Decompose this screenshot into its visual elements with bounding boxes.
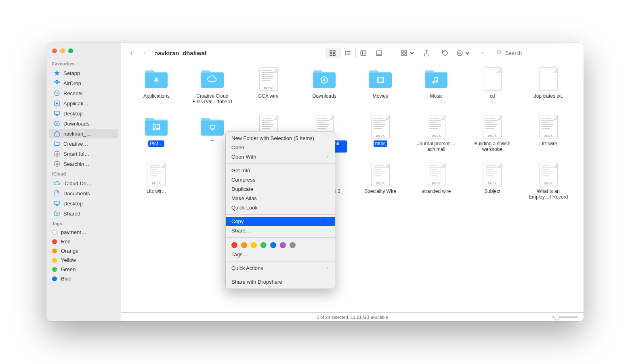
sidebar-item[interactable]: Smart fol… bbox=[49, 149, 118, 159]
menu-separator bbox=[226, 275, 335, 275]
file-item[interactable]: cd bbox=[465, 67, 520, 115]
sidebar-section-label: Tags bbox=[46, 219, 121, 228]
menu-item[interactable]: Quick Actions bbox=[226, 264, 335, 273]
menu-item-label: Open bbox=[231, 144, 244, 151]
sidebar-item[interactable]: Shared bbox=[49, 209, 118, 218]
item-label: Litz wir… bbox=[145, 188, 168, 195]
file-item[interactable]: DOCXSubject bbox=[465, 162, 520, 210]
list-view-button[interactable] bbox=[340, 48, 356, 58]
gear-icon bbox=[54, 161, 60, 167]
tag-color-option[interactable] bbox=[260, 242, 267, 248]
sidebar-tag[interactable]: Blue bbox=[46, 274, 121, 283]
sidebar-item[interactable]: AirDrop bbox=[49, 78, 118, 88]
tag-color-option[interactable] bbox=[241, 242, 247, 248]
share-button[interactable] bbox=[419, 48, 434, 58]
folder-item[interactable]: Movies bbox=[353, 67, 408, 115]
menu-item[interactable]: Open With bbox=[226, 152, 335, 161]
home-icon bbox=[54, 130, 60, 137]
tag-color-option[interactable] bbox=[251, 242, 257, 248]
tag-color-option[interactable] bbox=[280, 242, 286, 248]
tag-label: Red bbox=[61, 238, 71, 245]
item-label: Downloads bbox=[311, 93, 338, 99]
sidebar-item[interactable]: navkiran_… bbox=[49, 129, 118, 138]
sidebar-item[interactable]: Documents bbox=[49, 188, 118, 198]
docx-icon: DOCX bbox=[479, 115, 506, 139]
tag-color-option[interactable] bbox=[290, 242, 296, 248]
menu-item[interactable]: Make Alias bbox=[226, 194, 335, 203]
docx-icon: DOCX bbox=[367, 115, 394, 139]
tag-color-option[interactable] bbox=[270, 242, 276, 248]
sidebar-item[interactable]: Creative… bbox=[49, 139, 118, 149]
tags-button[interactable] bbox=[437, 48, 453, 58]
toolbar-overflow-chevron[interactable] bbox=[475, 48, 490, 58]
menu-item[interactable]: Open bbox=[226, 143, 335, 152]
sidebar-tag[interactable]: Red bbox=[46, 237, 121, 246]
search-field[interactable] bbox=[493, 48, 578, 58]
item-label: https bbox=[374, 140, 387, 147]
file-item[interactable]: DOCXLitz wire bbox=[521, 115, 575, 162]
sidebar-item[interactable]: Downloads bbox=[49, 119, 118, 128]
sidebar-item[interactable]: Applicati… bbox=[49, 98, 118, 108]
icon-view-button[interactable] bbox=[325, 48, 340, 58]
back-button[interactable] bbox=[127, 47, 136, 59]
download-icon bbox=[54, 120, 60, 127]
sidebar-item[interactable]: Desktop bbox=[49, 109, 118, 118]
menu-item[interactable]: New Folder with Selection (5 Items) bbox=[226, 134, 335, 143]
file-item[interactable]: duplicates.txt. bbox=[521, 67, 575, 115]
gallery-view-button[interactable] bbox=[371, 48, 386, 58]
svg-point-14 bbox=[57, 213, 58, 214]
file-item[interactable]: DOCXhttps bbox=[353, 115, 408, 162]
tag-color-dot bbox=[52, 249, 57, 253]
menu-item[interactable]: Duplicate bbox=[226, 184, 335, 194]
context-menu: New Folder with Selection (5 Items)OpenO… bbox=[225, 131, 335, 289]
file-item[interactable]: DOCXJournal promoti…ach mail bbox=[409, 115, 464, 162]
file-item[interactable]: DOCXCCA wire bbox=[241, 67, 296, 115]
zoom-slider[interactable] bbox=[552, 316, 578, 318]
sidebar-item-label: navkiran_… bbox=[63, 131, 91, 137]
file-item[interactable]: DOCXLitz wir… bbox=[129, 162, 184, 210]
sidebar-tag[interactable]: Green bbox=[46, 265, 121, 274]
sidebar-tag[interactable]: Yellow bbox=[46, 255, 121, 265]
file-item[interactable]: DOCXBuilding a stylish wardrobe bbox=[465, 115, 520, 162]
column-view-button[interactable] bbox=[356, 48, 371, 58]
close-button[interactable] bbox=[52, 48, 57, 53]
item-label: Applications bbox=[142, 93, 171, 99]
menu-item[interactable]: Quick Look bbox=[226, 203, 335, 212]
view-mode-switch bbox=[325, 48, 386, 58]
folder-item[interactable]: Applications bbox=[129, 67, 184, 115]
svg-rect-25 bbox=[361, 50, 366, 55]
menu-item-label: Open With bbox=[231, 154, 256, 160]
menu-item[interactable]: Share… bbox=[226, 226, 335, 235]
menu-item[interactable]: Compress bbox=[226, 175, 335, 184]
forward-button[interactable] bbox=[140, 47, 149, 59]
fullscreen-button[interactable] bbox=[68, 48, 73, 53]
file-item[interactable]: DOCXstranded wire bbox=[409, 162, 464, 210]
sidebar-tag[interactable]: payment… bbox=[46, 228, 121, 237]
search-input[interactable] bbox=[504, 50, 575, 56]
folder-item[interactable]: Downloads bbox=[297, 67, 352, 115]
item-label: Music bbox=[428, 93, 444, 99]
folder-item[interactable]: Pict… bbox=[129, 115, 184, 162]
chevron-right-icon bbox=[326, 154, 329, 160]
file-item[interactable]: DOCXWhat is an Employ…f Record bbox=[521, 162, 575, 210]
sidebar-item-label: Creative… bbox=[63, 141, 88, 147]
sidebar-item[interactable]: Setapp bbox=[49, 68, 118, 78]
menu-item[interactable]: Copy bbox=[226, 217, 335, 226]
sidebar-tag[interactable]: Orange bbox=[46, 246, 121, 255]
sidebar-item[interactable]: Recents bbox=[49, 88, 118, 98]
menu-item[interactable]: Share with Dropshare bbox=[226, 277, 335, 287]
file-grid[interactable]: ApplicationsCreative Cloud Files Per…dob… bbox=[121, 63, 584, 312]
sidebar-item[interactable]: Searchin… bbox=[49, 159, 118, 169]
action-menu-button[interactable] bbox=[456, 48, 471, 58]
tag-color-option[interactable] bbox=[231, 242, 237, 248]
file-item[interactable]: DOCXSpeciality Wire bbox=[353, 162, 408, 210]
group-by-button[interactable] bbox=[400, 48, 416, 58]
sidebar-item[interactable]: Desktop bbox=[49, 199, 118, 208]
folder-item[interactable]: Creative Cloud Files Per…dobeID bbox=[185, 67, 240, 115]
minimize-button[interactable] bbox=[60, 48, 65, 53]
menu-item[interactable]: Get Info bbox=[226, 166, 335, 175]
menu-item[interactable]: Tags… bbox=[226, 250, 335, 259]
sidebar-item[interactable]: iCloud Dri… bbox=[49, 178, 118, 188]
folder-item[interactable]: Music bbox=[409, 67, 464, 115]
folder-icon bbox=[367, 67, 394, 91]
